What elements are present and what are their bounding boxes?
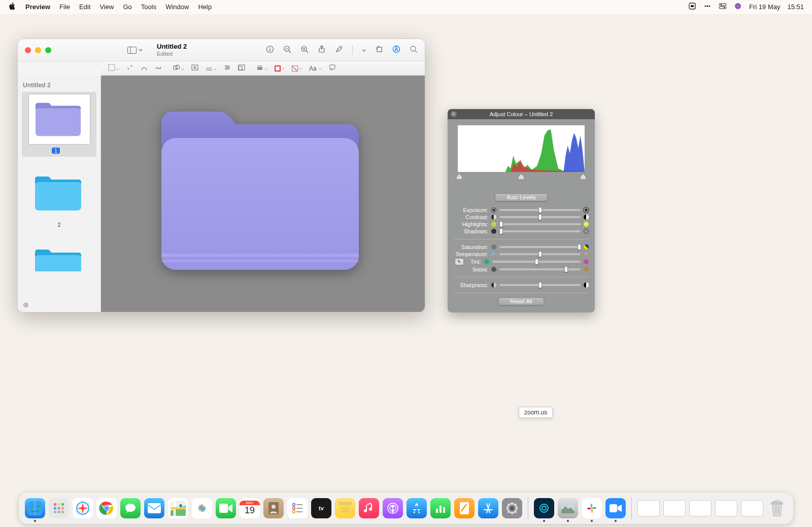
dock-minimized-1[interactable] — [637, 500, 660, 516]
zoom-in-icon[interactable] — [300, 45, 309, 55]
menu-edit[interactable]: Edit — [79, 3, 90, 11]
dock-minimized-5[interactable] — [741, 500, 763, 516]
thumbnail-2[interactable]: 2 — [22, 166, 96, 230]
siri-icon[interactable] — [734, 2, 742, 12]
dock-minimized-4[interactable] — [715, 500, 737, 516]
menubar-date[interactable]: Fri 19 May — [749, 3, 780, 11]
auto-levels-button[interactable]: Auto Levels — [495, 193, 547, 201]
zoom-out-icon[interactable] — [283, 45, 291, 55]
dock-appstore[interactable] — [407, 498, 427, 518]
sign-icon[interactable] — [206, 64, 217, 73]
dock-notes[interactable] — [335, 498, 355, 518]
svg-point-25 — [411, 46, 416, 51]
shapes-icon[interactable] — [173, 64, 184, 73]
dock-photos[interactable] — [192, 498, 212, 518]
sepia-slider[interactable] — [499, 268, 581, 270]
text-icon[interactable] — [191, 64, 198, 73]
dock-maps[interactable] — [168, 498, 188, 518]
dock-slack[interactable] — [582, 498, 602, 518]
dock-separator — [631, 497, 632, 519]
sidebar-toggle-button[interactable] — [127, 47, 143, 54]
apple-menu-icon[interactable] — [8, 2, 16, 12]
dock-appstore2[interactable] — [478, 498, 498, 518]
sharp-low-icon — [491, 283, 496, 288]
instant-alpha-icon[interactable] — [126, 64, 133, 73]
canvas[interactable] — [101, 76, 425, 312]
sketch-icon[interactable] — [141, 64, 148, 73]
menu-tools[interactable]: Tools — [141, 3, 156, 11]
menu-window[interactable]: Window — [165, 3, 189, 11]
tint-slider[interactable] — [492, 261, 581, 263]
dock-mail[interactable] — [144, 498, 164, 518]
highlights-slider[interactable] — [499, 223, 581, 225]
thumbnail-1[interactable]: 1 — [22, 92, 96, 157]
reset-all-button[interactable]: Reset All — [498, 297, 544, 305]
add-page-button[interactable]: ⊕ — [23, 301, 29, 309]
dock-calendar[interactable]: MAY19 — [240, 498, 260, 518]
dock-settings[interactable] — [502, 498, 522, 518]
minimize-button[interactable] — [35, 47, 41, 53]
annotate-note-icon[interactable] — [329, 64, 336, 73]
dock-reminders[interactable] — [287, 498, 308, 518]
info-icon[interactable] — [266, 45, 274, 55]
black-point-handle[interactable] — [457, 174, 462, 179]
exposure-slider[interactable] — [499, 209, 581, 211]
dock-numbers[interactable] — [430, 498, 451, 518]
menu-help[interactable]: Help — [198, 3, 212, 11]
dock-launchpad[interactable] — [49, 498, 69, 518]
dock-minimized-2[interactable] — [663, 500, 686, 516]
border-color-icon[interactable] — [275, 65, 285, 72]
menubar-time[interactable]: 15:51 — [787, 3, 804, 11]
dock-finder[interactable] — [25, 498, 45, 518]
annotate-icon[interactable] — [392, 45, 400, 55]
menuextra-icon[interactable] — [688, 2, 696, 12]
dock-chrome[interactable] — [96, 498, 117, 518]
titlebar: Untitled 2 Edited — [18, 39, 425, 61]
eyedropper-button[interactable]: ✎ — [455, 258, 464, 265]
fill-color-icon[interactable] — [292, 65, 302, 72]
menu-view[interactable]: View — [100, 3, 114, 11]
dock-minimized-3[interactable] — [689, 500, 712, 516]
selection-tool-icon[interactable] — [108, 64, 119, 73]
dock-messages[interactable] — [120, 498, 141, 518]
sharpness-slider[interactable] — [499, 284, 581, 286]
dock-tv[interactable]: tv — [311, 498, 331, 518]
saturation-slider[interactable] — [499, 246, 581, 248]
zoom-button[interactable] — [45, 47, 51, 53]
dock-pages[interactable] — [454, 498, 475, 518]
dock-podcasts[interactable] — [383, 498, 403, 518]
adjust-titlebar[interactable]: ✕ Adjust Colour – Untitled 2 — [448, 109, 595, 119]
font-icon[interactable]: Aa — [309, 65, 322, 72]
dock-preview[interactable] — [558, 498, 578, 518]
shadows-slider[interactable] — [499, 230, 581, 232]
menuextra-dots-icon[interactable] — [703, 2, 712, 12]
close-icon[interactable]: ✕ — [451, 111, 457, 117]
adjust-size-icon[interactable] — [238, 64, 245, 73]
line-weight-icon[interactable] — [256, 64, 267, 73]
control-center-icon[interactable] — [719, 2, 727, 12]
menu-go[interactable]: Go — [123, 3, 131, 11]
svg-line-105 — [507, 504, 509, 505]
dock-trash[interactable] — [767, 498, 787, 518]
contrast-slider[interactable] — [499, 216, 581, 218]
dock-app-a[interactable] — [534, 498, 554, 518]
adjust-color-icon[interactable] — [224, 64, 231, 73]
dock-contacts[interactable] — [263, 498, 284, 518]
mid-point-handle[interactable] — [519, 174, 524, 179]
white-point-handle[interactable] — [581, 174, 586, 179]
search-icon[interactable] — [410, 45, 418, 55]
temperature-slider[interactable] — [499, 253, 581, 255]
thumbnail-3[interactable] — [22, 239, 96, 273]
dock-safari[interactable] — [73, 498, 93, 518]
markup-icon[interactable] — [335, 45, 343, 55]
app-name[interactable]: Preview — [25, 3, 50, 11]
menu-file[interactable]: File — [59, 3, 70, 11]
draw-icon[interactable] — [155, 64, 162, 73]
chevron-down-small-icon[interactable] — [362, 46, 366, 55]
dock-music[interactable] — [359, 498, 379, 518]
rotate-icon[interactable] — [375, 45, 383, 55]
close-button[interactable] — [25, 47, 31, 53]
dock-facetime[interactable] — [216, 498, 236, 518]
dock-zoom[interactable] — [605, 498, 626, 518]
share-icon[interactable] — [318, 45, 326, 55]
